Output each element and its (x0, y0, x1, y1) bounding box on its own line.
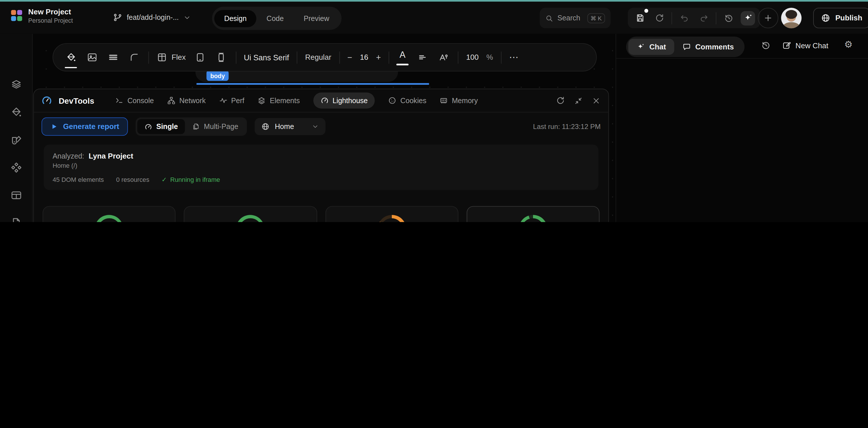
fill-tool-button[interactable] (64, 43, 78, 71)
image-icon (87, 52, 97, 63)
devtools-title: DevTools (59, 96, 94, 105)
project-brand[interactable]: New Project Personal Project (11, 8, 73, 24)
resource-count: 0 resources (116, 176, 149, 183)
tab-comments[interactable]: Comments (674, 39, 742, 55)
tab-console[interactable]: Console (115, 96, 154, 105)
left-sidebar: 25% (0, 34, 33, 222)
text-align-button[interactable] (415, 43, 429, 71)
letter-spacing-icon (438, 52, 449, 63)
corner-radius-button[interactable] (127, 43, 141, 71)
selection-outline (197, 83, 429, 84)
canvas-toolbar: Flex Ui Sans Serif Regular − 16 + A 100 … (53, 43, 597, 71)
score-ring: 100 (236, 215, 265, 222)
swatch-book-icon (10, 134, 22, 145)
sidebar-item-styles[interactable] (9, 133, 23, 146)
git-branch-icon (113, 12, 122, 22)
score-card-performance[interactable]: 100 Performance 10/10 passed (42, 206, 175, 222)
chat-settings-button[interactable]: ⚙ (844, 39, 852, 50)
search-input[interactable]: Search ⌘ K (539, 8, 611, 28)
publish-button[interactable]: Publish (813, 8, 868, 28)
tab-perf[interactable]: Perf (219, 96, 244, 105)
analyzed-summary-card: Analyzed: Lyna Project Home (/) 45 DOM e… (43, 144, 598, 190)
tab-elements[interactable]: Elements (258, 96, 300, 105)
mobile-preview-button[interactable] (214, 43, 228, 71)
opacity-value[interactable]: 100 (466, 53, 478, 61)
branch-selector[interactable]: feat/add-login-... (113, 12, 191, 22)
score-card-seo[interactable]: 84 SEO 8/11 passed (325, 206, 458, 222)
sidebar-item-components[interactable] (9, 161, 23, 174)
collapse-icon[interactable] (574, 96, 583, 105)
edit-icon (782, 41, 791, 50)
sidebar-item-layers[interactable] (9, 78, 23, 91)
image-tool-button[interactable] (85, 43, 98, 71)
score-ring: 95 (519, 215, 547, 222)
font-size-increase-button[interactable]: + (376, 53, 381, 62)
score-card-accessibility[interactable]: 100 Accessibility 26/26 passed (184, 206, 317, 222)
devtools-logo-icon (42, 95, 52, 106)
undo-button[interactable] (677, 11, 691, 25)
comment-bubble-icon (683, 42, 691, 51)
close-icon[interactable] (592, 96, 601, 105)
devtools-tabs: Console Network Perf Elements Lighthouse… (115, 92, 478, 109)
redo-icon (699, 13, 708, 23)
analyzed-project-name: Lyna Project (89, 152, 133, 160)
tab-preview[interactable]: Preview (293, 10, 339, 27)
layout-mode-button[interactable]: Flex (157, 52, 186, 63)
sparkles-icon (743, 13, 753, 23)
generate-report-button[interactable]: Generate report (42, 117, 128, 136)
tab-chat[interactable]: Chat (628, 39, 674, 55)
refresh-icon[interactable] (556, 96, 565, 106)
ai-assistant-button[interactable] (741, 11, 755, 25)
lines-icon (107, 52, 118, 63)
font-weight-select[interactable]: Regular (305, 53, 331, 61)
reload-icon (655, 13, 664, 23)
tab-cookies[interactable]: Cookies (388, 96, 426, 105)
add-button[interactable] (758, 8, 778, 28)
version-history-button[interactable] (721, 11, 736, 25)
app-window: New Project Personal Project feat/add-lo… (0, 0, 868, 222)
more-options-button[interactable]: ⋯ (509, 51, 519, 63)
components-icon (10, 162, 22, 173)
new-chat-button[interactable]: New Chat (782, 41, 828, 50)
score-ring: 100 (95, 215, 123, 222)
chevron-down-icon (312, 123, 319, 130)
globe-icon (821, 13, 830, 23)
sidebar-item-layout[interactable] (9, 189, 23, 202)
align-left-icon (417, 52, 428, 63)
font-size-decrease-button[interactable]: − (347, 53, 352, 62)
sidebar-item-fill[interactable] (9, 105, 23, 118)
mode-single[interactable]: Single (137, 119, 185, 134)
tab-lighthouse[interactable]: Lighthouse (313, 92, 375, 109)
branch-name: feat/add-login-... (127, 13, 179, 22)
tab-network[interactable]: Network (167, 96, 206, 105)
plus-icon (763, 13, 773, 23)
stroke-tool-button[interactable] (106, 43, 119, 71)
page-select-dropdown[interactable]: Home (255, 118, 326, 135)
project-subtitle: Personal Project (28, 17, 73, 24)
font-size-value[interactable]: 16 (360, 53, 368, 61)
chat-history-button[interactable] (761, 40, 771, 50)
pulse-icon (219, 96, 227, 105)
flex-layout-icon (157, 52, 167, 63)
analyzed-label: Analyzed: (53, 152, 84, 160)
save-button[interactable] (632, 11, 647, 25)
tablet-preview-button[interactable] (193, 43, 207, 71)
tab-memory[interactable]: Memory (440, 96, 478, 105)
gauge-icon (320, 96, 329, 105)
score-cards: 100 Performance 10/10 passed 100 Accessi… (42, 206, 599, 222)
text-options-button[interactable] (437, 43, 450, 71)
tab-code[interactable]: Code (257, 10, 293, 27)
mode-multi-page[interactable]: Multi-Page (185, 119, 245, 134)
redo-button[interactable] (696, 11, 711, 25)
history-toolbar (628, 8, 760, 28)
score-card-best-practices[interactable]: 95 Best Practices 9/10 passed (466, 206, 599, 222)
tab-design[interactable]: Design (214, 10, 256, 27)
selected-element-tag[interactable]: body (206, 70, 229, 81)
user-avatar[interactable] (781, 8, 801, 28)
lighthouse-controls: Generate report Single Multi-Page Home L… (34, 112, 609, 136)
phone-icon (216, 52, 226, 63)
text-color-button[interactable]: A (397, 50, 408, 65)
sidebar-item-pages[interactable] (9, 216, 23, 222)
font-family-select[interactable]: Ui Sans Serif (244, 53, 289, 62)
reload-button[interactable] (652, 11, 666, 25)
